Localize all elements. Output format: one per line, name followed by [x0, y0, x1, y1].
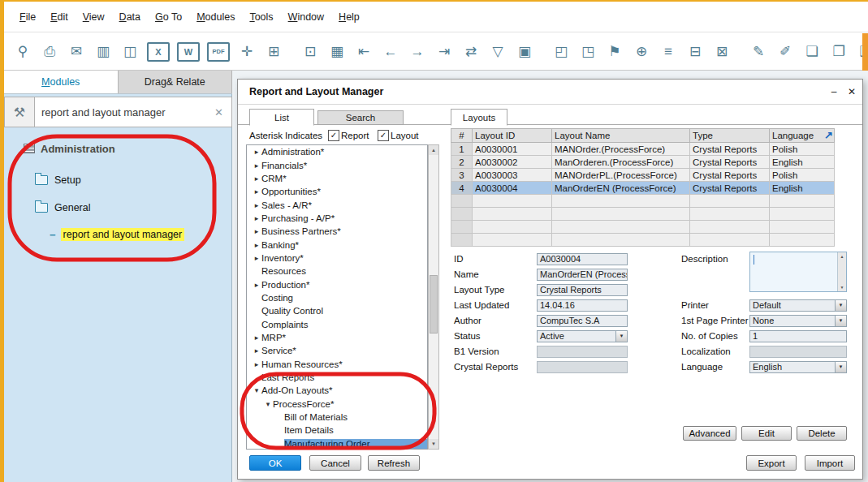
chevron-down-icon[interactable]: ▾: [252, 386, 261, 394]
table-row-a0030004[interactable]: 4A0030004ManOrderEN (ProcessForce)Crysta…: [451, 182, 835, 195]
dialog-tree-item-human-resources[interactable]: ▸Human Resources*: [247, 358, 427, 371]
column-header-type[interactable]: Type: [690, 129, 770, 143]
chevron-right-icon[interactable]: ▸: [252, 148, 261, 156]
last-record-icon[interactable]: ⇥: [432, 40, 456, 64]
mail-icon[interactable]: ✉: [64, 40, 89, 64]
picture-icon[interactable]: ▣: [512, 40, 537, 64]
column-header-layout-id[interactable]: Layout ID: [473, 129, 552, 143]
module-tree-item-setup[interactable]: Setup: [4, 170, 81, 190]
maximize-grid-icon[interactable]: ↗: [824, 129, 833, 141]
table-row-a0030002[interactable]: 2A0030002ManOrderen.(ProcessForce)Crysta…: [451, 156, 835, 169]
menu-file[interactable]: File: [12, 8, 43, 26]
module-tree-item-administration[interactable]: Administration: [4, 139, 115, 158]
dialog-tree-item-last-reports[interactable]: Last Reports: [247, 371, 427, 384]
table-row-empty[interactable]: [451, 195, 835, 208]
tab-layouts[interactable]: Layouts: [451, 109, 507, 126]
chevron-right-icon[interactable]: ▸: [252, 161, 261, 170]
chevron-right-icon[interactable]: ▸: [252, 227, 261, 235]
module-tree-item-report-and-layout-manager[interactable]: − report and layout manager: [4, 225, 184, 244]
dialog-tree-item-sales-a-r[interactable]: ▸Sales - A/R*: [247, 198, 427, 211]
dialog-tree-item-processforce[interactable]: ▾ProcessForce*: [247, 398, 427, 411]
tab-drag-and-relate[interactable]: Drag & Relate: [119, 71, 233, 93]
close-button[interactable]: ✕: [845, 85, 858, 98]
menu-window[interactable]: Window: [281, 8, 331, 26]
print-preview-icon[interactable]: ▥: [91, 40, 115, 64]
export-pdf-icon[interactable]: PDF: [207, 42, 230, 62]
chevron-right-icon[interactable]: ▸: [252, 241, 261, 249]
module-search-input[interactable]: report and layout manager ✕: [35, 97, 232, 127]
chevron-down-icon[interactable]: ▼: [835, 316, 846, 326]
layout-type-field[interactable]: Crystal Reports: [537, 284, 628, 296]
minimize-button[interactable]: –: [827, 85, 840, 98]
scroll-down-icon[interactable]: ▼: [429, 439, 438, 449]
filter-icon[interactable]: ▽: [486, 40, 510, 64]
menu-edit[interactable]: Edit: [43, 8, 76, 26]
refresh-button[interactable]: Refresh: [368, 455, 420, 471]
advanced-button[interactable]: Advanced: [683, 426, 736, 441]
payment-means-icon[interactable]: ⊟: [683, 40, 707, 64]
author-field[interactable]: CompuTec S.A: [537, 315, 628, 327]
gross-profit-icon[interactable]: ⊕: [629, 40, 654, 64]
first-record-icon[interactable]: ⇤: [352, 40, 376, 64]
dialog-tree-item-administration[interactable]: ▸Administration*: [247, 145, 427, 158]
find-icon[interactable]: ⚲: [11, 40, 35, 64]
previous-record-icon[interactable]: ←: [378, 40, 403, 64]
dialog-tree-item-add-on-layouts[interactable]: ▾Add-On Layouts*: [247, 384, 427, 397]
table-row-empty[interactable]: [451, 221, 835, 234]
edit-icon[interactable]: ✎: [746, 40, 771, 64]
dialog-tree-item-production[interactable]: ▸Production*: [247, 278, 427, 290]
chevron-right-icon[interactable]: ▸: [252, 201, 261, 209]
refresh-icon[interactable]: ⇄: [459, 40, 483, 64]
name-field[interactable]: ManOrderEN (ProcessForce): [537, 269, 628, 281]
menu-tools[interactable]: Tools: [242, 8, 280, 26]
chevron-right-icon[interactable]: ▸: [252, 214, 261, 222]
table-row-empty[interactable]: [451, 208, 835, 221]
first-page-printer-select[interactable]: None ▼: [749, 315, 847, 327]
dialog-tree-item-financials[interactable]: ▸Financials*: [247, 158, 427, 171]
dialog-tree-item-crm[interactable]: ▸CRM*: [247, 172, 427, 185]
cancel-button[interactable]: Cancel: [309, 455, 361, 471]
tab-search[interactable]: Search: [317, 110, 404, 125]
dialog-tree-item-inventory[interactable]: ▸Inventory*: [247, 252, 427, 265]
next-record-icon[interactable]: →: [405, 40, 430, 64]
menu-data[interactable]: Data: [112, 8, 148, 26]
dialog-tree-item-opportunities[interactable]: ▸Opportunities*: [247, 185, 427, 198]
printer-select[interactable]: Default ▼: [749, 299, 847, 312]
scrollbar-thumb[interactable]: [430, 275, 438, 334]
menu-go-to[interactable]: Go To: [148, 8, 189, 26]
status-select[interactable]: Active ▼: [537, 330, 628, 342]
report-checkbox[interactable]: ✓: [328, 130, 339, 141]
description-textarea[interactable]: ▲ ▼: [749, 252, 847, 292]
chevron-right-icon[interactable]: ▸: [252, 334, 261, 342]
print-icon[interactable]: ⎙: [37, 40, 62, 64]
dialog-tree-item-bill-of-materials[interactable]: Bill of Materials: [247, 411, 427, 424]
chevron-down-icon[interactable]: ▼: [835, 362, 846, 372]
duplicate-record-icon[interactable]: ▦: [325, 40, 349, 64]
menu-search-tool-button[interactable]: ⚒: [4, 97, 35, 127]
base-document-icon[interactable]: ◰: [549, 40, 573, 64]
query-icon[interactable]: ❏: [800, 40, 824, 64]
form-edit-icon[interactable]: ✐: [773, 40, 797, 64]
layout-checkbox[interactable]: ✓: [378, 130, 389, 141]
chevron-down-icon[interactable]: ▼: [615, 331, 627, 342]
scroll-up-icon[interactable]: ▲: [429, 145, 438, 155]
row-details-icon[interactable]: ⊠: [710, 40, 734, 64]
ok-button[interactable]: OK: [249, 455, 301, 471]
comment-icon[interactable]: ❐: [827, 40, 851, 64]
dialog-tree-item-service[interactable]: ▸Service*: [247, 344, 427, 357]
no-of-copies-field[interactable]: 1: [749, 330, 847, 342]
export-word-icon[interactable]: W: [177, 42, 200, 62]
dialog-tree-item-quality-control[interactable]: Quality Control: [247, 304, 427, 317]
dialog-tree-item-complaints[interactable]: Complaints: [247, 317, 427, 330]
volume-weight-icon[interactable]: ≡: [656, 40, 680, 64]
add-record-icon[interactable]: ⊡: [298, 40, 322, 64]
dialog-tree-item-banking[interactable]: ▸Banking*: [247, 238, 427, 251]
dialog-tree-item-manufacturing-order[interactable]: Manufacturing Order: [247, 437, 427, 450]
delete-button[interactable]: Delete: [797, 426, 847, 441]
tree-scrollbar[interactable]: ▲ ▼: [428, 144, 439, 450]
scroll-down-icon[interactable]: ▼: [838, 283, 846, 291]
dialog-tree-item-item-details[interactable]: Item Details: [247, 424, 427, 437]
copy-table-icon[interactable]: ◫: [118, 40, 142, 64]
table-row-empty[interactable]: [451, 234, 835, 247]
column-header-layout-name[interactable]: Layout Name: [552, 129, 690, 143]
